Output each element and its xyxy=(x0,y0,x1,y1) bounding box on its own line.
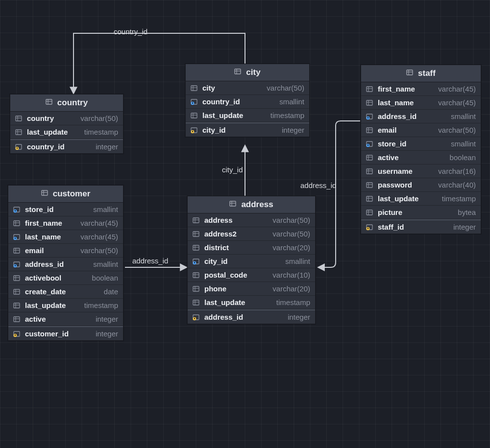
column-row-pk[interactable]: country_id integer xyxy=(10,139,123,153)
column-row[interactable]: first_namevarchar(45) xyxy=(8,216,123,230)
column-row[interactable]: city_idsmallint xyxy=(188,255,315,268)
column-icon xyxy=(190,112,199,119)
key-icon xyxy=(192,314,201,321)
entity-address[interactable]: address addressvarchar(50) address2varch… xyxy=(187,196,316,324)
column-row[interactable]: activeinteger xyxy=(8,312,123,326)
table-icon xyxy=(406,69,414,78)
column-row[interactable]: emailvarchar(50) xyxy=(8,244,123,258)
column-name: last_update xyxy=(27,128,68,136)
entity-title: staff xyxy=(418,69,436,78)
column-name: email xyxy=(25,246,44,255)
column-name: last_update xyxy=(204,298,245,307)
column-type: integer xyxy=(404,223,476,231)
key-icon xyxy=(14,143,24,150)
column-type: integer xyxy=(65,142,118,151)
column-row[interactable]: activeboolboolean xyxy=(8,271,123,285)
foreign-key-icon xyxy=(190,98,199,105)
column-type: timestamp xyxy=(66,301,118,309)
column-name: last_update xyxy=(25,301,66,309)
foreign-key-icon xyxy=(12,261,22,268)
column-icon xyxy=(12,220,22,227)
column-icon xyxy=(192,272,201,279)
column-type: varchar(45) xyxy=(415,85,476,93)
column-row[interactable]: last_updatetimestamp xyxy=(8,299,123,312)
column-row[interactable]: address2varchar(50) xyxy=(188,227,315,241)
column-row[interactable]: picturebytea xyxy=(361,206,481,219)
column-name: create_date xyxy=(25,287,66,296)
column-name: last_name xyxy=(378,98,414,107)
key-icon xyxy=(190,127,199,134)
column-row[interactable]: emailvarchar(50) xyxy=(361,123,481,137)
column-row-pk[interactable]: customer_idinteger xyxy=(8,326,123,340)
key-icon xyxy=(365,224,375,231)
entity-header[interactable]: customer xyxy=(8,186,123,203)
column-row[interactable]: address_idsmallint xyxy=(8,258,123,271)
column-type: smallint xyxy=(228,257,310,265)
column-row[interactable]: last_update timestamp xyxy=(186,109,309,122)
column-name: password xyxy=(378,181,412,189)
entity-city[interactable]: city city varchar(50) country_id smallin… xyxy=(185,64,310,137)
column-row[interactable]: country_id smallint xyxy=(186,95,309,109)
column-icon xyxy=(12,247,22,254)
column-name: country_id xyxy=(27,142,65,151)
column-row[interactable]: usernamevarchar(16) xyxy=(361,165,481,178)
column-name: first_name xyxy=(25,219,62,227)
column-type: varchar(50) xyxy=(396,126,476,134)
column-type: boolean xyxy=(399,153,476,162)
column-row[interactable]: last_updatetimestamp xyxy=(361,192,481,206)
column-row[interactable]: last_namevarchar(45) xyxy=(8,230,123,244)
entity-header[interactable]: country xyxy=(10,94,123,112)
column-row-pk[interactable]: staff_idinteger xyxy=(361,219,481,234)
column-name: city_id xyxy=(204,257,228,265)
column-row-pk[interactable]: address_idinteger xyxy=(188,309,315,324)
column-row[interactable]: phonevarchar(20) xyxy=(188,282,315,296)
entity-title: customer xyxy=(53,189,91,199)
column-name: activebool xyxy=(25,274,61,282)
column-row[interactable]: store_idsmallint xyxy=(8,203,123,216)
column-type: timestamp xyxy=(245,298,310,307)
foreign-key-icon xyxy=(12,206,22,213)
column-type: smallint xyxy=(240,97,304,106)
column-icon xyxy=(192,299,201,306)
column-type: timestamp xyxy=(418,194,476,203)
column-icon xyxy=(365,182,375,189)
column-type: varchar(20) xyxy=(229,243,310,252)
column-row[interactable]: passwordvarchar(40) xyxy=(361,178,481,192)
column-row[interactable]: city varchar(50) xyxy=(186,81,309,95)
entity-country[interactable]: country country varchar(50) last_update … xyxy=(10,94,123,154)
column-row[interactable]: first_namevarchar(45) xyxy=(361,82,481,96)
column-type: varchar(50) xyxy=(237,230,310,238)
entity-header[interactable]: city xyxy=(186,64,309,81)
column-row[interactable]: create_datedate xyxy=(8,285,123,299)
foreign-key-icon xyxy=(12,234,22,240)
column-row[interactable]: last_update timestamp xyxy=(10,125,123,139)
column-name: username xyxy=(378,167,413,175)
column-row[interactable]: activeboolean xyxy=(361,151,481,165)
column-type: varchar(40) xyxy=(412,181,476,189)
foreign-key-icon xyxy=(192,258,201,265)
column-row[interactable]: postal_codevarchar(10) xyxy=(188,268,315,282)
column-row[interactable]: address_idsmallint xyxy=(361,110,481,123)
relationship-label-address-id-customer: address_id xyxy=(132,257,168,265)
column-type: integer xyxy=(243,313,310,321)
column-row[interactable]: store_idsmallint xyxy=(361,137,481,151)
column-name: address_id xyxy=(204,313,243,321)
column-row[interactable]: last_namevarchar(45) xyxy=(361,96,481,110)
column-name: country_id xyxy=(202,97,240,106)
table-icon xyxy=(46,98,53,108)
column-row[interactable]: addressvarchar(50) xyxy=(188,213,315,227)
column-type: varchar(45) xyxy=(61,233,118,241)
column-row[interactable]: last_updatetimestamp xyxy=(188,296,315,309)
entity-header[interactable]: address xyxy=(188,196,315,213)
column-row[interactable]: districtvarchar(20) xyxy=(188,241,315,255)
column-row-pk[interactable]: city_id integer xyxy=(186,122,309,137)
column-icon xyxy=(192,217,201,224)
entity-staff[interactable]: staff first_namevarchar(45) last_namevar… xyxy=(361,65,481,234)
entity-header[interactable]: staff xyxy=(361,65,481,82)
column-icon xyxy=(12,288,22,295)
column-icon xyxy=(365,209,375,216)
column-type: varchar(50) xyxy=(54,114,118,122)
column-row[interactable]: country varchar(50) xyxy=(10,112,123,125)
entity-customer[interactable]: customer store_idsmallint first_namevarc… xyxy=(8,185,123,341)
column-name: first_name xyxy=(378,85,415,93)
